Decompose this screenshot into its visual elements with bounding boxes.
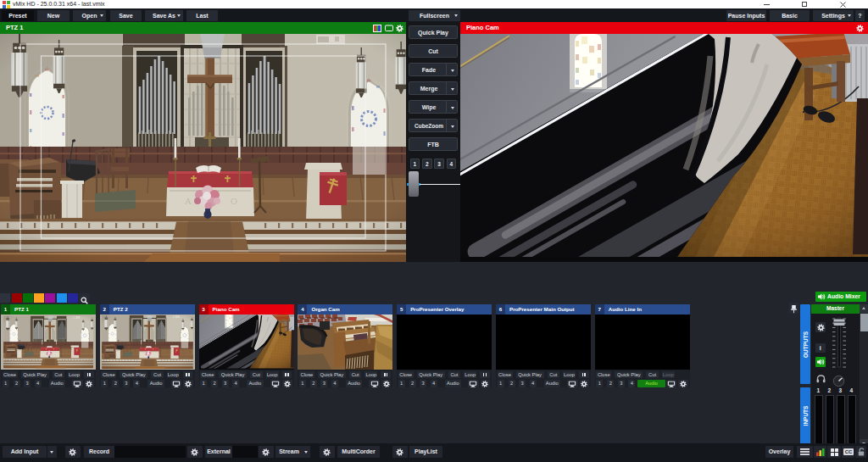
svg-text:CC: CC (844, 449, 852, 454)
